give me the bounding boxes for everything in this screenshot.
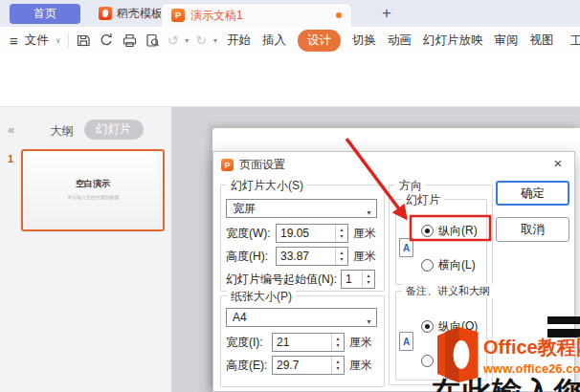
chevron-down-icon: ▼ — [366, 314, 372, 331]
slides-orientation-group: 幻灯片 A 纵向(R) 横向(L) — [395, 199, 487, 285]
number-start-input[interactable]: 1 ▴▾ — [341, 270, 375, 289]
portrait-page-icon: A — [399, 332, 413, 351]
tab-view[interactable]: 视图 — [530, 33, 554, 49]
notes-orientation-legend: 备注、讲义和大纲 — [402, 284, 494, 298]
paper-width-label: 宽度(I): — [226, 335, 272, 351]
dialog-titlebar[interactable]: P 页面设置 × — [213, 152, 574, 175]
paper-size-preset-value: A4 — [233, 311, 247, 324]
slide-number: 1 — [8, 153, 13, 164]
slide-size-preset-value: 宽屏 — [233, 202, 256, 215]
tab-animation[interactable]: 动画 — [388, 33, 412, 49]
new-tab-button[interactable]: + — [376, 2, 397, 25]
slide-size-group: 幻灯片大小(S) 宽屏 ▼ 宽度(W): 19.05 ▴▾ 厘米 高度(H): … — [220, 185, 385, 292]
unit-label: 厘米 — [353, 249, 376, 265]
cancel-button[interactable]: 取消 — [496, 217, 569, 242]
docer-icon — [99, 7, 112, 20]
portrait-page-icon: A — [399, 238, 413, 257]
office-logo-icon — [433, 326, 480, 383]
unit-label: 厘米 — [349, 358, 372, 374]
slides-panel: « 大纲 幻灯片 1 空白演示 单击输入您的封面副标题 — [0, 107, 172, 392]
tab-insert[interactable]: 插入 — [262, 33, 286, 49]
landscape-radio-label: 横向(L) — [438, 257, 476, 273]
watermark-site-name: Office教程网 — [483, 335, 580, 360]
tab-slideshow[interactable]: 幻灯片放映 — [423, 33, 483, 49]
paper-width-input[interactable]: 21 ▴▾ — [272, 333, 345, 352]
paper-size-legend: 纸张大小(P) — [227, 289, 296, 305]
tab-design-active[interactable]: 设计 — [298, 30, 341, 52]
redo-icon[interactable]: ↻ — [195, 33, 207, 47]
portrait-radio-label: 纵向(R) — [438, 223, 478, 239]
radio-icon[interactable] — [421, 259, 434, 272]
docer-templates-label: 稻壳模板 — [117, 6, 163, 22]
number-start-label: 幻灯片编号起始值(N): — [226, 272, 337, 288]
tab-slides-active[interactable]: 幻灯片 — [84, 120, 144, 140]
slide-size-legend: 幻灯片大小(S) — [227, 178, 307, 194]
tab-start[interactable]: 开始 — [227, 33, 251, 49]
slide-size-preset-dropdown[interactable]: 宽屏 ▼ — [226, 199, 377, 218]
slide-1-thumbnail[interactable]: 空白演示 单击输入您的封面副标题 — [21, 149, 165, 231]
width-label: 宽度(W): — [226, 226, 276, 242]
unit-label: 厘米 — [349, 335, 372, 351]
document-tab[interactable]: P 演示文稿1 — [161, 3, 352, 27]
spinner[interactable]: ▴▾ — [362, 271, 374, 288]
tab-review[interactable]: 审阅 — [495, 33, 519, 49]
print-preview-icon[interactable] — [145, 33, 161, 49]
paper-size-preset-dropdown[interactable]: A4 ▼ — [226, 308, 377, 327]
tab-tools-clipped[interactable]: 工具 — [570, 33, 580, 50]
slide-thumb-subtitle: 单击输入您的封面副标题 — [67, 193, 119, 200]
paper-height-input[interactable]: 29.7 ▴▾ — [272, 356, 345, 375]
wps-presentation-icon: P — [221, 159, 234, 171]
design-ribbon: 魔法 VIP VIP VIP VIP 更多设计 导入模板 本文模板 — [0, 54, 580, 107]
unsaved-indicator — [336, 12, 342, 18]
tab-transition[interactable]: 切换 — [352, 33, 376, 49]
menu-bar: ≡ 文件 ∨ ↺ ▾ ↻ ▾ 开始 插入 设计 切换 动画 幻灯片放映 审阅 视… — [0, 27, 580, 54]
portrait-radio-option[interactable]: 纵向(R) — [421, 223, 478, 239]
radio-selected-icon[interactable] — [421, 225, 434, 237]
file-menu[interactable]: 文件 — [25, 33, 49, 49]
tab-outline[interactable]: 大纲 — [50, 123, 74, 140]
undo-icon[interactable]: ↺ — [167, 33, 179, 47]
home-tab[interactable]: 首页 — [10, 4, 80, 24]
quick-access-toolbar: ≡ 文件 ∨ ↺ ▾ ↻ ▾ — [10, 27, 217, 54]
chevron-down-icon: ▼ — [366, 205, 372, 222]
wps-presentation-icon: P — [171, 9, 185, 22]
unit-label: 厘米 — [353, 226, 376, 242]
docer-templates-tab[interactable]: 稻壳模板 — [99, 0, 163, 27]
landscape-radio-option[interactable]: 横向(L) — [421, 257, 476, 273]
slide-height-input[interactable]: 33.87 ▴▾ — [276, 247, 348, 266]
toolbar-more-icon[interactable]: ▾ — [213, 36, 217, 45]
save-icon[interactable] — [76, 33, 92, 49]
window-tab-bar: 首页 稻壳模板 P 演示文稿1 + — [0, 0, 580, 27]
undo-caret-icon[interactable]: ▾ — [185, 36, 189, 45]
ribbon-tabs: 开始 插入 设计 切换 动画 幻灯片放映 审阅 视图 — [227, 27, 554, 54]
collapse-panel-icon[interactable]: « — [8, 122, 14, 137]
close-icon[interactable]: × — [549, 154, 567, 171]
export-icon[interactable] — [99, 33, 115, 49]
slide-thumb-title: 空白演示 — [76, 178, 110, 190]
site-watermark: Office教程网 www.office26.com — [433, 326, 580, 383]
watermark-site-url: www.office26.com — [483, 361, 580, 376]
slides-orientation-legend: 幻灯片 — [402, 192, 444, 208]
paper-height-label: 高度(E): — [226, 358, 272, 374]
divider — [68, 33, 69, 48]
dialog-title: 页面设置 — [239, 157, 285, 173]
spinner[interactable]: ▴▾ — [331, 334, 344, 351]
height-label: 高度(H): — [226, 249, 276, 265]
print-icon[interactable] — [122, 33, 138, 49]
hamburger-icon[interactable]: ≡ — [10, 33, 18, 49]
file-caret-icon[interactable]: ∨ — [56, 36, 61, 45]
canvas-text-fragment — [547, 316, 580, 324]
ok-button[interactable]: 确定 — [496, 181, 569, 206]
spinner[interactable]: ▴▾ — [331, 357, 344, 374]
slide-width-input[interactable]: 19.05 ▴▾ — [276, 224, 348, 243]
spinner[interactable]: ▴▾ — [335, 248, 347, 265]
spinner[interactable]: ▴▾ — [335, 225, 347, 242]
document-tab-label: 演示文稿1 — [190, 8, 243, 24]
paper-size-group: 纸张大小(P) A4 ▼ 宽度(I): 21 ▴▾ 厘米 高度(E): 29.7… — [220, 295, 385, 387]
